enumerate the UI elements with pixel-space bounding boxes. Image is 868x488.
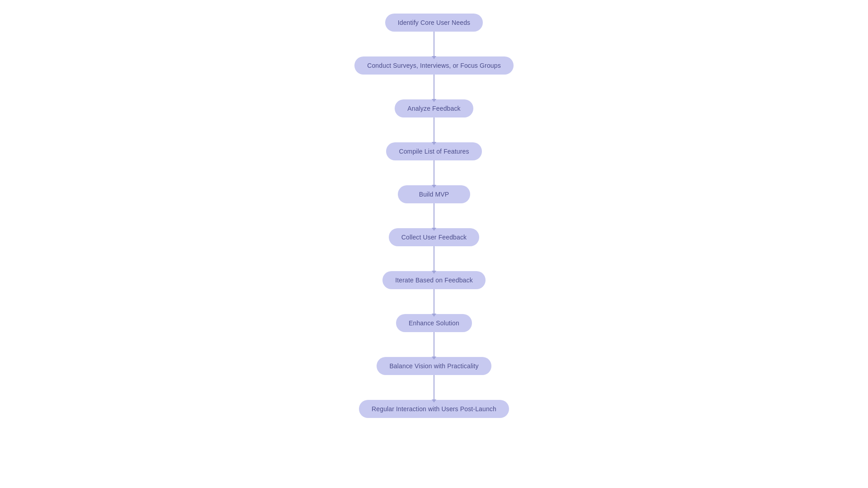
flow-connector-3 xyxy=(434,160,434,185)
identify-core-user-needs[interactable]: Identify Core User Needs xyxy=(385,14,483,32)
conduct-surveys[interactable]: Conduct Surveys, Interviews, or Focus Gr… xyxy=(354,56,514,75)
flow-connector-4 xyxy=(434,203,434,228)
collect-user-feedback[interactable]: Collect User Feedback xyxy=(389,228,480,246)
build-mvp[interactable]: Build MVP xyxy=(398,185,470,203)
flow-connector-7 xyxy=(434,332,434,357)
iterate-based-feedback[interactable]: Iterate Based on Feedback xyxy=(382,271,486,289)
balance-vision[interactable]: Balance Vision with Practicality xyxy=(377,357,491,375)
regular-interaction[interactable]: Regular Interaction with Users Post-Laun… xyxy=(359,400,509,418)
compile-list-features[interactable]: Compile List of Features xyxy=(386,142,481,160)
enhance-solution[interactable]: Enhance Solution xyxy=(396,314,472,332)
flow-connector-2 xyxy=(434,117,434,142)
flow-connector-0 xyxy=(434,32,434,56)
flowchart: Identify Core User NeedsConduct Surveys,… xyxy=(354,9,514,422)
flow-connector-1 xyxy=(434,75,434,99)
analyze-feedback[interactable]: Analyze Feedback xyxy=(395,99,473,117)
flow-connector-5 xyxy=(434,246,434,271)
flow-connector-6 xyxy=(434,289,434,314)
flow-connector-8 xyxy=(434,375,434,400)
